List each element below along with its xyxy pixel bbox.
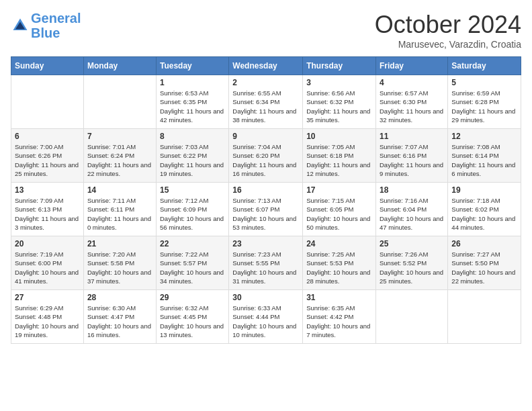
logo-line1: General — [31, 11, 81, 26]
calendar-body: 1Sunrise: 6:53 AM Sunset: 6:35 PM Daylig… — [11, 75, 521, 344]
day-info: Sunrise: 7:09 AM Sunset: 6:13 PM Dayligh… — [15, 196, 80, 232]
day-number: 4 — [380, 78, 444, 87]
calendar-cell — [448, 290, 521, 344]
day-number: 15 — [160, 185, 225, 195]
day-number: 8 — [160, 132, 225, 141]
day-header: Thursday — [303, 57, 376, 75]
day-info: Sunrise: 7:07 AM Sunset: 6:16 PM Dayligh… — [380, 142, 444, 178]
day-number: 7 — [87, 132, 152, 141]
day-info: Sunrise: 7:03 AM Sunset: 6:22 PM Dayligh… — [160, 142, 225, 178]
day-number: 31 — [306, 293, 372, 302]
calendar-week: 13Sunrise: 7:09 AM Sunset: 6:13 PM Dayli… — [11, 183, 521, 236]
calendar-week: 6Sunrise: 7:00 AM Sunset: 6:26 PM Daylig… — [11, 129, 521, 183]
day-number: 16 — [232, 185, 299, 195]
day-info: Sunrise: 6:59 AM Sunset: 6:28 PM Dayligh… — [451, 89, 517, 124]
day-info: Sunrise: 7:12 AM Sunset: 6:09 PM Dayligh… — [160, 196, 225, 232]
title-block: October 2024 Marusevec, Varazdin, Croati… — [375, 11, 521, 50]
calendar-cell: 16Sunrise: 7:13 AM Sunset: 6:07 PM Dayli… — [229, 183, 303, 236]
calendar-week: 27Sunrise: 6:29 AM Sunset: 4:48 PM Dayli… — [11, 290, 521, 344]
day-info: Sunrise: 7:20 AM Sunset: 5:58 PM Dayligh… — [87, 250, 152, 285]
day-number: 23 — [232, 239, 299, 248]
calendar-cell: 17Sunrise: 7:15 AM Sunset: 6:05 PM Dayli… — [303, 183, 376, 236]
calendar-cell: 12Sunrise: 7:08 AM Sunset: 6:14 PM Dayli… — [448, 129, 521, 183]
day-number: 13 — [15, 185, 80, 195]
day-number: 6 — [15, 132, 80, 141]
day-info: Sunrise: 6:53 AM Sunset: 6:35 PM Dayligh… — [160, 89, 225, 124]
day-number: 29 — [160, 293, 225, 302]
day-info: Sunrise: 7:08 AM Sunset: 6:14 PM Dayligh… — [451, 142, 517, 178]
day-header: Saturday — [448, 57, 521, 75]
header-row: SundayMondayTuesdayWednesdayThursdayFrid… — [11, 57, 521, 75]
day-info: Sunrise: 6:57 AM Sunset: 6:30 PM Dayligh… — [380, 89, 444, 124]
calendar-cell: 5Sunrise: 6:59 AM Sunset: 6:28 PM Daylig… — [448, 75, 521, 129]
calendar-header: SundayMondayTuesdayWednesdayThursdayFrid… — [11, 57, 521, 75]
calendar-cell: 13Sunrise: 7:09 AM Sunset: 6:13 PM Dayli… — [11, 183, 84, 236]
calendar-cell: 15Sunrise: 7:12 AM Sunset: 6:09 PM Dayli… — [156, 183, 228, 236]
calendar-cell: 6Sunrise: 7:00 AM Sunset: 6:26 PM Daylig… — [11, 129, 84, 183]
calendar-cell: 20Sunrise: 7:19 AM Sunset: 6:00 PM Dayli… — [11, 236, 84, 290]
day-info: Sunrise: 7:27 AM Sunset: 5:50 PM Dayligh… — [451, 250, 517, 285]
day-info: Sunrise: 7:13 AM Sunset: 6:07 PM Dayligh… — [232, 196, 299, 232]
calendar-cell: 31Sunrise: 6:35 AM Sunset: 4:42 PM Dayli… — [303, 290, 376, 344]
month-title: October 2024 — [375, 11, 521, 39]
calendar-cell: 11Sunrise: 7:07 AM Sunset: 6:16 PM Dayli… — [376, 129, 448, 183]
calendar-cell: 14Sunrise: 7:11 AM Sunset: 6:11 PM Dayli… — [83, 183, 156, 236]
day-info: Sunrise: 7:18 AM Sunset: 6:02 PM Dayligh… — [451, 196, 517, 232]
day-number: 20 — [15, 239, 80, 248]
day-info: Sunrise: 7:23 AM Sunset: 5:55 PM Dayligh… — [232, 250, 299, 285]
calendar-cell: 30Sunrise: 6:33 AM Sunset: 4:44 PM Dayli… — [229, 290, 303, 344]
logo-text: General Blue — [31, 11, 81, 40]
calendar-table: SundayMondayTuesdayWednesdayThursdayFrid… — [11, 56, 521, 344]
calendar-cell: 25Sunrise: 7:26 AM Sunset: 5:52 PM Dayli… — [376, 236, 448, 290]
day-header: Friday — [376, 57, 448, 75]
location: Marusevec, Varazdin, Croatia — [375, 39, 521, 50]
calendar-cell: 4Sunrise: 6:57 AM Sunset: 6:30 PM Daylig… — [376, 75, 448, 129]
logo-icon — [11, 16, 30, 35]
calendar-cell: 21Sunrise: 7:20 AM Sunset: 5:58 PM Dayli… — [83, 236, 156, 290]
day-info: Sunrise: 7:00 AM Sunset: 6:26 PM Dayligh… — [15, 142, 80, 178]
day-info: Sunrise: 6:55 AM Sunset: 6:34 PM Dayligh… — [232, 89, 299, 124]
calendar-cell — [376, 290, 448, 344]
day-header: Wednesday — [229, 57, 303, 75]
day-info: Sunrise: 7:16 AM Sunset: 6:04 PM Dayligh… — [380, 196, 444, 232]
day-number: 2 — [232, 78, 299, 87]
calendar-cell: 3Sunrise: 6:56 AM Sunset: 6:32 PM Daylig… — [303, 75, 376, 129]
day-number: 19 — [451, 185, 517, 195]
calendar-cell: 7Sunrise: 7:01 AM Sunset: 6:24 PM Daylig… — [83, 129, 156, 183]
day-number: 1 — [160, 78, 225, 87]
day-number: 10 — [306, 132, 372, 141]
day-number: 25 — [380, 239, 444, 248]
day-number: 30 — [232, 293, 299, 302]
day-number: 14 — [87, 185, 152, 195]
calendar-cell: 29Sunrise: 6:32 AM Sunset: 4:45 PM Dayli… — [156, 290, 228, 344]
day-info: Sunrise: 7:05 AM Sunset: 6:18 PM Dayligh… — [306, 142, 372, 178]
day-info: Sunrise: 6:30 AM Sunset: 4:47 PM Dayligh… — [87, 304, 152, 339]
day-number: 17 — [306, 185, 372, 195]
calendar-cell: 26Sunrise: 7:27 AM Sunset: 5:50 PM Dayli… — [448, 236, 521, 290]
calendar-cell: 22Sunrise: 7:22 AM Sunset: 5:57 PM Dayli… — [156, 236, 228, 290]
page-header: General Blue October 2024 Marusevec, Var… — [11, 11, 521, 50]
day-header: Sunday — [11, 57, 84, 75]
day-number: 12 — [451, 132, 517, 141]
day-info: Sunrise: 7:19 AM Sunset: 6:00 PM Dayligh… — [15, 250, 80, 285]
day-info: Sunrise: 7:22 AM Sunset: 5:57 PM Dayligh… — [160, 250, 225, 285]
day-number: 5 — [451, 78, 517, 87]
day-info: Sunrise: 7:25 AM Sunset: 5:53 PM Dayligh… — [306, 250, 372, 285]
day-number: 22 — [160, 239, 225, 248]
calendar-cell — [11, 75, 84, 129]
calendar-cell: 2Sunrise: 6:55 AM Sunset: 6:34 PM Daylig… — [229, 75, 303, 129]
day-number: 3 — [306, 78, 372, 87]
day-header: Monday — [83, 57, 156, 75]
day-number: 28 — [87, 293, 152, 302]
day-number: 18 — [380, 185, 444, 195]
day-info: Sunrise: 7:11 AM Sunset: 6:11 PM Dayligh… — [87, 196, 152, 232]
calendar-cell: 1Sunrise: 6:53 AM Sunset: 6:35 PM Daylig… — [156, 75, 228, 129]
day-number: 9 — [232, 132, 299, 141]
logo-line2: Blue — [31, 26, 60, 40]
calendar-cell — [83, 75, 156, 129]
day-number: 27 — [15, 293, 80, 302]
day-info: Sunrise: 6:33 AM Sunset: 4:44 PM Dayligh… — [232, 304, 299, 339]
calendar-cell: 18Sunrise: 7:16 AM Sunset: 6:04 PM Dayli… — [376, 183, 448, 236]
day-info: Sunrise: 7:15 AM Sunset: 6:05 PM Dayligh… — [306, 196, 372, 232]
calendar-week: 1Sunrise: 6:53 AM Sunset: 6:35 PM Daylig… — [11, 75, 521, 129]
